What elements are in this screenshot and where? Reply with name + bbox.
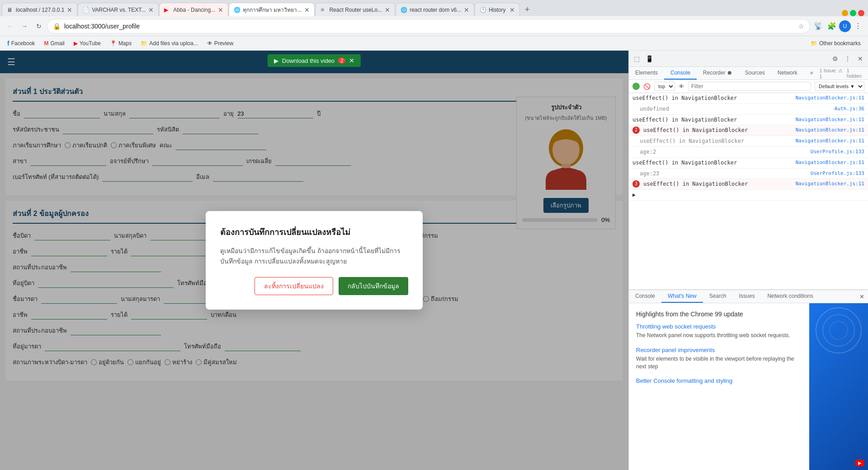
tab-reactrouterdom[interactable]: 🌐 react router dom v6... ✕ (396, 3, 474, 16)
preview-icon: 👁 (207, 40, 212, 47)
tab-close-varchar[interactable]: ✕ (148, 6, 154, 14)
close-button[interactable] (858, 10, 864, 16)
tab-active[interactable]: 🌐 ทุกการศึกษา มหาวิทยา... ✕ (229, 3, 315, 16)
bottom-tab-network[interactable]: Network conditions (761, 290, 819, 303)
tab-abba[interactable]: ▶ Abba - Dancing... ✕ (159, 3, 228, 16)
facebook-icon: f (7, 40, 9, 47)
console-levels-dropdown[interactable]: Default levels ▼ (815, 82, 864, 91)
bookmark-maps[interactable]: 📍 Maps (106, 38, 135, 49)
other-bookmarks-label: Other bookmarks (819, 40, 861, 47)
cast-button[interactable]: 📡 (812, 20, 825, 33)
bookmark-gmail[interactable]: M Gmail (40, 38, 68, 49)
tab-favicon-abba: ▶ (164, 7, 170, 13)
dialog-cancel-button[interactable]: ละทิ้งการเปลี่ยนแปลง (255, 277, 333, 295)
minimize-button[interactable] (842, 10, 848, 16)
expand-arrow[interactable]: ▶ (632, 191, 636, 199)
bottom-tab-issues[interactable]: Issues (733, 290, 761, 303)
browser-window: 🖥 localhost / 127.0.0.1 ✕ 📄 VARCHAR vs. … (0, 0, 868, 470)
download-label: Download this video (282, 57, 335, 64)
devtools-toolbar: 🚫 top 👁 Default levels ▼ (629, 80, 868, 93)
devtools-more-button[interactable]: ⋮ (842, 53, 854, 65)
reload-button[interactable]: ↻ (33, 20, 45, 33)
bookmark-preview-label: Preview (214, 40, 234, 47)
more-button[interactable]: ⋮ (852, 20, 864, 33)
tab-close-history[interactable]: ✕ (509, 6, 515, 14)
console-link-9[interactable]: NavigationBlocker.js:11 (796, 180, 864, 187)
tab-close-reactrouter[interactable]: ✕ (385, 6, 390, 14)
whats-new-main-title: Highlights from the Chrome 99 update (636, 310, 802, 318)
bottom-tab-console[interactable]: Console (629, 290, 661, 303)
tab-favicon-reactrouterdom: 🌐 (401, 7, 407, 13)
bookmark-youtube[interactable]: ▶ YouTube (70, 38, 104, 49)
console-link-1[interactable]: NavigationBlocker.js:11 (796, 94, 864, 101)
console-filter-input[interactable] (688, 82, 811, 91)
console-entry-5: useEffect() in NavigationBlocker Navigat… (629, 136, 868, 147)
console-link-5[interactable]: NavigationBlocker.js:11 (796, 137, 864, 144)
svg-point-5 (830, 321, 848, 339)
bookmark-facebook[interactable]: f Facebook (4, 38, 38, 49)
error-badge-4: 2 (632, 127, 640, 134)
profile-button[interactable]: U (839, 20, 851, 32)
whats-new-item-title-1[interactable]: Throttling web socket requests (636, 323, 802, 330)
new-tab-button[interactable]: + (520, 3, 534, 16)
error-badge-9: 3 (632, 180, 640, 188)
bookmark-addfiles[interactable]: 📁 Add files via uploa... (137, 38, 201, 49)
download-play-icon: ▶ (274, 57, 278, 64)
bookmark-gmail-label: Gmail (50, 40, 64, 47)
devtools-tabs: Elements Console Recorder ⏺ Sources Netw… (629, 67, 868, 80)
whats-new-item-title-3[interactable]: Better Console formatting and styling (636, 377, 802, 384)
console-top-dropdown[interactable]: top (654, 82, 675, 91)
tab-close-abba[interactable]: ✕ (218, 6, 223, 14)
bottom-tab-search[interactable]: Search (703, 290, 733, 303)
console-link-8[interactable]: UserProfile.js:133 (811, 170, 864, 177)
tab-close-localhost[interactable]: ✕ (67, 6, 72, 14)
devtools-settings-button[interactable]: ⚙ (829, 53, 841, 65)
tab-close-reactrouterdom[interactable]: ✕ (464, 6, 469, 14)
maximize-button[interactable] (850, 10, 856, 16)
devtools-inspect-button[interactable]: ⬚ (631, 53, 642, 65)
devtools-device-button[interactable]: 📱 (643, 53, 655, 65)
forward-button[interactable]: → (18, 20, 31, 33)
url-bar[interactable]: 🔒 localhost:3000/user_profile ☆ (47, 19, 810, 33)
devtools-tab-console[interactable]: Console (664, 67, 697, 80)
devtools-tab-elements[interactable]: Elements (629, 67, 664, 80)
extensions-button[interactable]: 🧩 (826, 20, 838, 33)
whats-new-item-title-2[interactable]: Recorder panel improvements (636, 347, 802, 353)
devtools-close-button[interactable]: ✕ (854, 53, 866, 65)
console-link-3[interactable]: NavigationBlocker.js:11 (796, 116, 864, 123)
devtools-tab-network[interactable]: Network (771, 67, 804, 80)
bookmarks-bar: f Facebook M Gmail ▶ YouTube 📍 Maps 📁 Ad… (0, 36, 868, 51)
tab-varchar[interactable]: 📄 VARCHAR vs. TEXT... ✕ (78, 3, 159, 16)
tab-history[interactable]: 🕐 History ✕ (475, 3, 520, 16)
console-link-2[interactable]: Auth.js:36 (835, 105, 864, 112)
tab-localhost[interactable]: 🖥 localhost / 127.0.0.1 ✕ (2, 3, 77, 16)
download-close-button[interactable]: ✕ (349, 57, 354, 64)
devtools-hidden-label: 1 hidden (847, 68, 864, 79)
toolbar-right: 📡 🧩 U ⋮ (812, 20, 864, 33)
devtools-bottom-tabs: Console What's New Search Issues Network… (629, 290, 868, 303)
tab-reactrouter[interactable]: ⚛ React Router useLo... ✕ (315, 3, 395, 16)
bookmark-preview[interactable]: 👁 Preview (203, 38, 237, 49)
console-link-4[interactable]: NavigationBlocker.js:11 (796, 127, 864, 133)
devtools-tab-sources[interactable]: Sources (739, 67, 771, 80)
bookmark-maps-label: Maps (118, 40, 132, 47)
star-icon[interactable]: ☆ (798, 23, 804, 30)
devtools-tab-recorder[interactable]: Recorder ⏺ (697, 67, 739, 80)
bottom-tab-whatsnew[interactable]: What's New (661, 290, 703, 303)
back-button[interactable]: ← (4, 20, 16, 33)
other-bookmarks[interactable]: 📁 Other bookmarks (807, 38, 864, 49)
dialog-confirm-button[interactable]: กลับไปบันทึกข้อมูล (339, 277, 408, 295)
console-eye-icon[interactable]: 👁 (679, 83, 684, 90)
console-entry-7: useEffect() in NavigationBlocker Navigat… (629, 158, 868, 169)
console-link-7[interactable]: NavigationBlocker.js:11 (796, 159, 864, 166)
console-link-6[interactable]: UserProfile.js:133 (811, 148, 864, 155)
devtools-bottom: Console What's New Search Issues Network… (629, 289, 868, 470)
console-clear-button[interactable] (632, 83, 640, 90)
whats-new-item-desc-1: The Network panel now supports throttlin… (636, 332, 802, 339)
bookmark-folder-icon: 📁 (811, 40, 817, 47)
tab-title-varchar: VARCHAR vs. TEXT... (92, 7, 146, 13)
bottom-close-button[interactable]: ✕ (856, 291, 868, 302)
tab-close-active[interactable]: ✕ (304, 6, 310, 14)
devtools-tab-more[interactable]: » (804, 67, 820, 80)
console-entry-2: undefined Auth.js:36 (629, 104, 868, 115)
